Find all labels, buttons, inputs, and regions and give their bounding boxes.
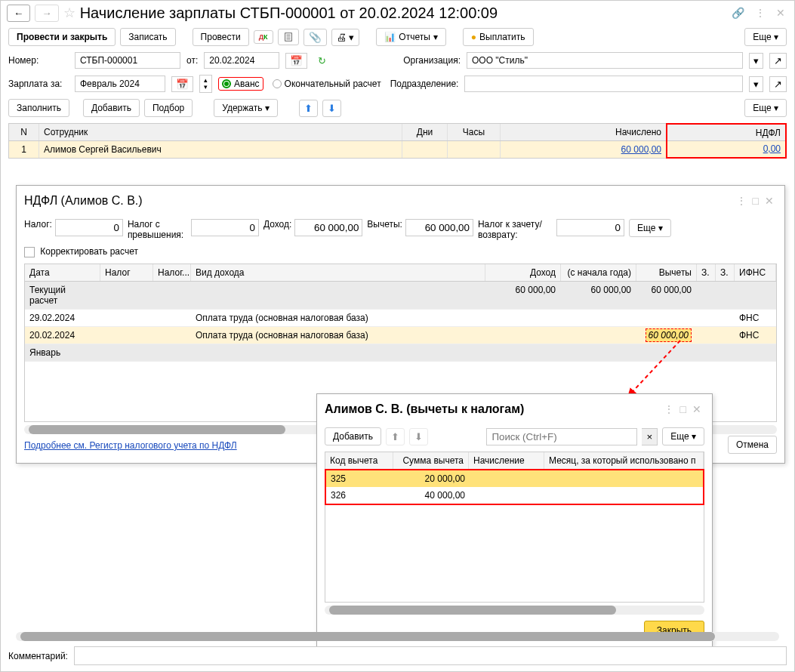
org-label: Организация:: [403, 55, 461, 66]
org-input[interactable]: [467, 52, 743, 69]
ded-up-icon[interactable]: ⬆: [386, 428, 405, 445]
register-link[interactable]: Подробнее см. Регистр налогового учета п…: [17, 434, 245, 457]
back-button[interactable]: ←: [7, 5, 30, 22]
ndfl-kebab-icon[interactable]: ⋮: [733, 192, 750, 210]
salary-for-label: Зарплата за:: [8, 79, 69, 89]
ndfl-col-z2: З.: [716, 264, 735, 281]
table-row[interactable]: 1 Алимов Сергей Васильевич 60 000,00 0,0…: [9, 141, 786, 158]
window-title: Начисление зарплаты СТБП-000001 от 20.02…: [80, 5, 498, 22]
cell-ndfl[interactable]: 0,00: [666, 140, 787, 159]
add-button[interactable]: Добавить: [83, 99, 140, 117]
radio-empty-icon: [273, 79, 282, 88]
from-label: от:: [186, 55, 198, 66]
comment-input[interactable]: [74, 646, 787, 665]
employees-table: N Сотрудник Дни Часы Начислено НДФЛ 1 Ал…: [8, 123, 787, 159]
form-row-2: Зарплата за: 📅 ▴▾ Аванс Окончательный ра…: [1, 72, 794, 96]
select-button[interactable]: Подбор: [144, 99, 193, 117]
date-input[interactable]: [204, 52, 279, 69]
credit-label: Налог к зачету/возврату:: [478, 219, 553, 240]
col-hours: Часы: [448, 124, 501, 140]
correct-label: Корректировать расчет: [40, 246, 138, 257]
number-label: Номер:: [8, 55, 69, 66]
cell-hours: [448, 141, 501, 158]
deductions-input[interactable]: [405, 219, 473, 236]
ded-kebab-icon[interactable]: ⋮: [661, 400, 677, 418]
cell-accrued[interactable]: 60 000,00: [501, 141, 667, 158]
org-dropdown-icon[interactable]: ▾: [749, 53, 763, 69]
income-input[interactable]: [294, 219, 362, 236]
deduction-highlight: 60 000,00: [646, 328, 692, 342]
ndfl-col-ifns: ИФНС: [735, 264, 776, 281]
number-input[interactable]: [75, 52, 180, 69]
ded-col-acc: Начисление: [469, 452, 544, 469]
form-row-1: Номер: от: 📅 ↻ Организация: ▾ ↗: [1, 49, 794, 72]
division-dropdown-icon[interactable]: ▾: [749, 76, 763, 92]
post-close-button[interactable]: Провести и закрыть: [8, 28, 116, 46]
ndfl-maximize-icon[interactable]: □: [750, 192, 762, 210]
dtkt-icon[interactable]: ДК: [254, 30, 273, 44]
division-input[interactable]: [464, 76, 743, 92]
ndfl-row-highlighted[interactable]: 20.02.2024 Оплата труда (основная налого…: [25, 327, 776, 344]
month-spinner-icon[interactable]: ▴▾: [199, 75, 212, 93]
calendar-icon[interactable]: 📅: [285, 53, 307, 69]
tax-input[interactable]: [55, 219, 123, 236]
income-label: Доход:: [263, 219, 291, 230]
down-arrow-icon[interactable]: ⬇: [322, 100, 341, 117]
cancel-button[interactable]: Отмена: [728, 436, 777, 454]
org-open-icon[interactable]: ↗: [769, 53, 787, 69]
attach-icon[interactable]: 📎: [304, 29, 327, 46]
month-calendar-icon[interactable]: 📅: [171, 76, 193, 92]
advance-radio[interactable]: Аванс: [218, 77, 263, 91]
kebab-icon[interactable]: ⋮: [752, 4, 769, 22]
footer-bar: Комментарий:: [8, 646, 787, 665]
pay-button[interactable]: ● Выплатить: [463, 28, 534, 46]
print-icon[interactable]: 🖨 ▾: [331, 29, 360, 46]
ded-add-button[interactable]: Добавить: [325, 427, 381, 445]
ndfl-col-type: Вид дохода: [191, 264, 485, 281]
division-open-icon[interactable]: ↗: [769, 76, 787, 92]
document-icon[interactable]: [278, 29, 299, 45]
cell-n: 1: [9, 141, 39, 158]
actions-more-button[interactable]: Еще ▾: [744, 99, 787, 117]
title-bar: ← → ☆ Начисление зарплаты СТБП-000001 от…: [1, 1, 794, 25]
forward-button[interactable]: →: [35, 5, 58, 22]
col-n: N: [9, 124, 39, 140]
ndfl-close-icon[interactable]: ✕: [762, 192, 777, 210]
correct-checkbox[interactable]: [24, 247, 35, 257]
up-arrow-icon[interactable]: ⬆: [299, 100, 318, 117]
ndfl-row[interactable]: 29.02.2024 Оплата труда (основная налого…: [25, 310, 776, 327]
ded-col-month: Месяц, за который использовано п: [544, 452, 704, 469]
ded-scrollbar[interactable]: [325, 606, 704, 615]
reports-button[interactable]: 📊 Отчеты ▾: [376, 28, 445, 46]
link-icon[interactable]: 🔗: [729, 4, 747, 22]
ndfl-col-ded: Вычеты: [636, 264, 697, 281]
final-radio[interactable]: Окончательный расчет: [270, 78, 384, 90]
ndfl-more-button[interactable]: Еще ▾: [629, 219, 671, 237]
ded-row[interactable]: 326 40 000,00: [326, 487, 703, 504]
search-clear-icon[interactable]: ×: [642, 428, 658, 445]
refresh-icon[interactable]: ↻: [313, 53, 331, 69]
ndfl-group-row[interactable]: Текущий расчет 60 000,00 60 000,00 60 00…: [25, 282, 776, 310]
fill-button[interactable]: Заполнить: [8, 99, 69, 117]
ded-more-button[interactable]: Еще ▾: [662, 427, 704, 445]
exceed-input[interactable]: [191, 219, 259, 236]
ded-row-selected[interactable]: 325 20 000,00: [326, 470, 703, 487]
favorite-icon[interactable]: ☆: [63, 5, 75, 21]
ded-maximize-icon[interactable]: □: [677, 400, 689, 418]
salary-for-input[interactable]: [75, 76, 165, 92]
exceed-label: Налог с превышения:: [128, 219, 188, 240]
ded-close-icon[interactable]: ✕: [689, 400, 704, 418]
ded-down-icon[interactable]: ⬇: [409, 428, 428, 445]
post-button[interactable]: Провести: [193, 28, 249, 46]
withhold-button[interactable]: Удержать ▾: [214, 99, 278, 117]
close-icon[interactable]: ✕: [773, 4, 788, 22]
credit-input[interactable]: [556, 219, 624, 236]
table-header-row: N Сотрудник Дни Часы Начислено НДФЛ: [9, 124, 786, 141]
cell-days: [402, 141, 448, 158]
search-input[interactable]: [486, 428, 637, 445]
write-button[interactable]: Записать: [120, 28, 175, 46]
ndfl-group-row[interactable]: Январь: [25, 344, 776, 362]
comment-label: Комментарий:: [8, 651, 68, 661]
main-scrollbar[interactable]: [16, 632, 779, 641]
more-button[interactable]: Еще ▾: [744, 28, 787, 46]
